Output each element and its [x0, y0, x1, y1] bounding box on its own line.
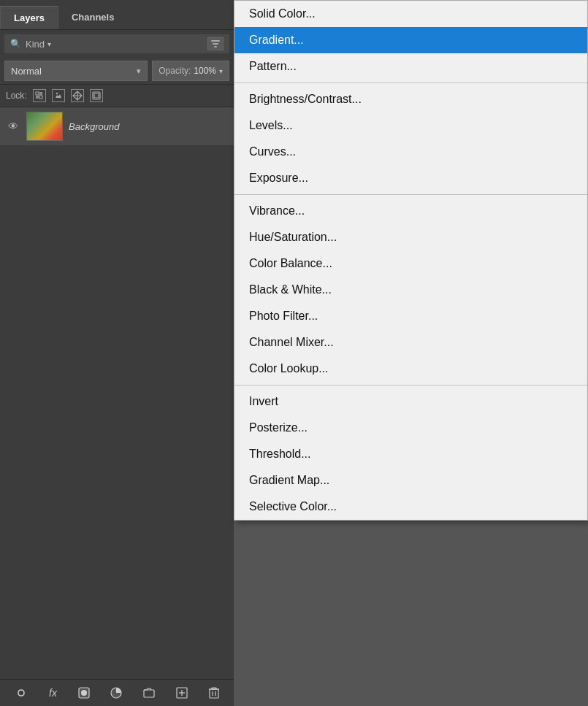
- kind-dropdown[interactable]: Kind ▾: [26, 39, 51, 50]
- link-layers-icon[interactable]: [10, 685, 32, 701]
- svg-rect-5: [36, 96, 39, 99]
- kind-label: Kind: [26, 39, 45, 50]
- menu-item-pattern---[interactable]: Pattern...: [234, 53, 587, 80]
- filter-svg: [210, 39, 221, 48]
- menu-item-photo-filter---[interactable]: Photo Filter...: [234, 303, 587, 329]
- menu-item-hue-saturation---[interactable]: Hue/Saturation...: [234, 224, 587, 250]
- layer-effects-icon[interactable]: fx: [45, 684, 61, 702]
- search-icon: 🔍: [10, 39, 21, 49]
- menu-separator-2: [234, 83, 587, 83]
- dropdown-menu: Solid Color...Gradient...Pattern...Brigh…: [234, 0, 588, 521]
- tab-channels[interactable]: Channels: [58, 6, 128, 29]
- lock-row: Lock:: [0, 84, 234, 107]
- menu-separator-6: [234, 194, 587, 195]
- lock-artboard-icon[interactable]: [90, 89, 103, 102]
- menu-item-levels---[interactable]: Levels...: [234, 112, 587, 139]
- menu-item-channel-mixer---[interactable]: Channel Mixer...: [234, 329, 587, 356]
- blend-mode-select[interactable]: Normal ▾: [4, 61, 148, 81]
- menu-item-selective-color---[interactable]: Selective Color...: [234, 494, 587, 520]
- menu-item-threshold---[interactable]: Threshold...: [234, 441, 587, 467]
- kind-arrow: ▾: [47, 40, 51, 48]
- layer-thumbnail: [26, 112, 63, 141]
- svg-point-11: [81, 690, 87, 696]
- svg-rect-4: [39, 92, 42, 95]
- blend-mode-arrow: ▾: [137, 66, 141, 76]
- panel-bottom: fx: [0, 679, 234, 706]
- filter-icon[interactable]: [207, 37, 224, 50]
- svg-rect-19: [212, 688, 216, 689]
- lock-image-icon[interactable]: [52, 89, 65, 102]
- menu-item-solid-color---[interactable]: Solid Color...: [234, 1, 587, 27]
- new-group-icon[interactable]: [139, 685, 159, 701]
- svg-rect-6: [39, 96, 42, 99]
- layers-list: 👁 Background: [0, 107, 234, 679]
- menu-item-gradient---[interactable]: Gradient...: [234, 27, 587, 53]
- delete-layer-icon[interactable]: [205, 684, 224, 702]
- opacity-label: Opacity:: [159, 66, 191, 76]
- lock-label: Lock:: [6, 91, 27, 101]
- menu-item-curves---[interactable]: Curves...: [234, 139, 587, 165]
- menu-item-posterize---[interactable]: Posterize...: [234, 415, 587, 441]
- panel-tabs: Layers Channels: [0, 0, 234, 30]
- svg-point-7: [56, 93, 57, 94]
- layer-item-background[interactable]: 👁 Background: [0, 107, 234, 146]
- new-layer-icon[interactable]: [172, 684, 192, 702]
- svg-rect-3: [36, 92, 39, 95]
- blend-mode-value: Normal: [11, 66, 42, 77]
- svg-rect-2: [214, 46, 217, 47]
- lock-position-icon[interactable]: [71, 89, 84, 102]
- menu-item-vibrance---[interactable]: Vibrance...: [234, 198, 587, 224]
- search-bar[interactable]: 🔍 Kind ▾: [4, 34, 229, 53]
- menu-item-black---white---[interactable]: Black & White...: [234, 277, 587, 303]
- adjustment-layer-icon[interactable]: [106, 684, 126, 702]
- lock-transparency-icon[interactable]: [33, 89, 46, 102]
- layer-mask-icon[interactable]: [74, 684, 94, 702]
- menu-item-color-balance---[interactable]: Color Balance...: [234, 250, 587, 277]
- svg-rect-17: [210, 689, 218, 698]
- layers-panel: Layers Channels 🔍 Kind ▾ Normal ▾ Opacit…: [0, 0, 234, 706]
- tab-layers[interactable]: Layers: [0, 6, 58, 29]
- menu-item-exposure---[interactable]: Exposure...: [234, 165, 587, 191]
- menu-item-invert[interactable]: Invert: [234, 388, 587, 415]
- opacity-value: 100%: [194, 66, 216, 76]
- layer-visibility-icon[interactable]: 👁: [6, 120, 20, 132]
- svg-rect-13: [144, 690, 154, 697]
- svg-rect-0: [211, 40, 220, 42]
- svg-rect-1: [213, 43, 218, 45]
- opacity-arrow: ▾: [219, 67, 223, 75]
- menu-item-gradient-map---[interactable]: Gradient Map...: [234, 467, 587, 494]
- blend-mode-row: Normal ▾ Opacity: 100% ▾: [4, 61, 229, 81]
- menu-item-color-lookup---[interactable]: Color Lookup...: [234, 356, 587, 382]
- svg-rect-9: [94, 93, 99, 98]
- menu-item-brightness-contrast---[interactable]: Brightness/Contrast...: [234, 86, 587, 112]
- layer-name: Background: [69, 121, 119, 132]
- menu-separator-13: [234, 385, 587, 385]
